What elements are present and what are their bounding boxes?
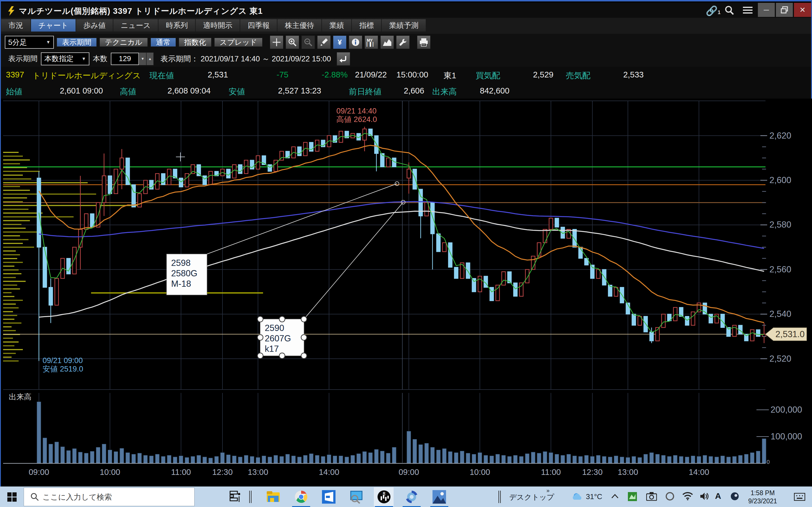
selection-handle[interactable] [257, 353, 263, 358]
time-axis: 09:0010:0011:0012:3013:0014:0009:0010:00… [29, 467, 709, 476]
tab-市況[interactable]: 市況 [1, 19, 31, 32]
interval-dropdown[interactable]: 5分足▼ [5, 36, 54, 49]
wifi-icon[interactable] [682, 492, 693, 500]
period-label: 表示期間 [8, 54, 38, 64]
chart-area[interactable]: 2,6202,6002,5802,5602,5402,52009/21 14:4… [1, 99, 812, 487]
tab-歩み値[interactable]: 歩み値 [76, 19, 113, 32]
yen-button[interactable]: ¥ [333, 36, 347, 49]
screen-capture-icon[interactable] [350, 490, 364, 504]
photos-app-icon[interactable] [433, 490, 446, 504]
count-down-button[interactable]: ▼ [139, 52, 146, 65]
area-chart-button[interactable] [380, 36, 394, 49]
store-tile-icon[interactable] [322, 490, 336, 504]
selection-handle[interactable] [257, 335, 263, 340]
candles[interactable] [37, 127, 766, 361]
toolbar-button-指数化[interactable]: 指数化 [179, 38, 211, 47]
selection-handle[interactable] [280, 353, 285, 358]
svg-text:10:00: 10:00 [470, 467, 490, 476]
tab-業績[interactable]: 業績 [322, 19, 351, 32]
hamburger-menu-icon[interactable] [743, 7, 753, 15]
notification-tray-icon[interactable] [794, 493, 805, 501]
svg-text:2580G: 2580G [171, 269, 197, 278]
quote-low_full: 2,527 13:23 [278, 86, 321, 96]
tray-expand-chevron-icon[interactable] [611, 494, 619, 499]
selection-handle[interactable] [301, 353, 307, 358]
task-view-button[interactable] [229, 490, 241, 503]
bar-count-input[interactable]: 129 [111, 53, 139, 65]
search-icon[interactable] [724, 5, 735, 16]
tab-株主優待[interactable]: 株主優待 [277, 19, 321, 32]
temperature-label[interactable]: 31°C [586, 492, 602, 501]
count-up-button[interactable]: ▲ [146, 52, 154, 65]
zoom-in-button[interactable] [286, 36, 299, 49]
file-explorer-icon[interactable] [266, 490, 280, 503]
chrome-icon[interactable] [294, 490, 308, 504]
taskbar-clock[interactable]: 1:58 PM 9/23/2021 [742, 489, 784, 505]
tab-時系列[interactable]: 時系列 [158, 19, 195, 32]
ime-mode-indicator[interactable]: A [715, 491, 721, 501]
crosshair-button[interactable] [270, 36, 283, 49]
night-light-tray-icon[interactable] [730, 492, 739, 501]
camera-tray-icon[interactable] [646, 492, 657, 501]
tab-bar: 市況チャート歩み値ニュース時系列適時開示四季報株主優待業績指標業績予測 [1, 18, 811, 34]
count-mode-dropdown[interactable]: 本数指定▼ [41, 52, 89, 65]
tab-チャート[interactable]: チャート [31, 19, 75, 32]
tab-業績予測[interactable]: 業績予測 [382, 19, 426, 32]
toolbar-button-表示期間[interactable]: 表示期間 [57, 38, 97, 47]
gpu-tray-icon[interactable] [627, 492, 637, 501]
quote-bid: 2,529 [497, 70, 553, 79]
annotation-textbox-1[interactable]: 25982580GM-18 [167, 182, 399, 295]
svg-text:11:00: 11:00 [171, 467, 191, 476]
wrench-button[interactable] [396, 36, 410, 49]
link-group-icon[interactable]: 🔗1 [706, 5, 720, 16]
reset-range-button[interactable] [337, 52, 350, 66]
pencil-button[interactable] [317, 36, 331, 49]
my-indicator-button[interactable]: MY▏▍▏ [364, 36, 378, 49]
selection-handle[interactable] [301, 335, 307, 340]
svg-text:09:00: 09:00 [29, 467, 49, 476]
toolbar-button-スプレッド[interactable]: スプレッド [214, 38, 262, 47]
minimize-button[interactable]: ─ [758, 3, 775, 17]
tab-指標[interactable]: 指標 [352, 19, 381, 32]
svg-text:12:30: 12:30 [212, 467, 233, 476]
selection-handle[interactable] [301, 316, 307, 322]
quote-pct: -2.88% [286, 70, 348, 79]
taskbar-separator [249, 491, 250, 503]
clock-date: 9/23/2021 [742, 497, 784, 505]
tab-ニュース[interactable]: ニュース [113, 19, 158, 32]
close-button[interactable]: ✕ [794, 3, 811, 17]
weather-icon[interactable] [572, 492, 583, 502]
link-badge: 1 [718, 10, 720, 15]
toolbar-button-テクニカル[interactable]: テクニカル [100, 38, 148, 47]
start-button[interactable] [7, 492, 17, 502]
toolbar-overflow-chevron[interactable]: » [546, 487, 550, 494]
quote-name: トリドールホールディングス [33, 70, 141, 81]
svg-text:2,620: 2,620 [769, 131, 792, 140]
zoom-out-button[interactable] [301, 36, 315, 49]
quote-time: 15:00:00 [396, 70, 428, 79]
toolbar-button-通常[interactable]: 通常 [151, 38, 176, 47]
stock-app-icon[interactable]: R [377, 490, 391, 504]
desktop-toolbar-label[interactable]: デスクトップ [509, 492, 554, 502]
selection-handle[interactable] [257, 316, 263, 322]
tab-適時開示[interactable]: 適時開示 [196, 19, 240, 32]
annotation-textbox-2[interactable]: 25902607Gk17 [257, 200, 405, 358]
svg-text:M-18: M-18 [171, 279, 191, 289]
quote-volume: 842,600 [480, 86, 509, 96]
tab-四季報[interactable]: 四季報 [240, 19, 277, 32]
title-bar[interactable]: マルチツール(個別銘柄) 3397 トリドールホールディングス 東1 🔗1 ─ … [1, 3, 811, 18]
restore-button[interactable] [776, 3, 793, 17]
svg-text:2,540: 2,540 [769, 309, 792, 319]
period-toolbar: 表示期間 本数指定▼ 本数 129 ▼ ▲ 表示期間： 2021/09/17 1… [1, 51, 811, 67]
svg-text:2,531.0: 2,531.0 [775, 329, 804, 339]
candlestick-chart[interactable]: 2,6202,6002,5802,5602,5402,52009/21 14:4… [1, 99, 812, 487]
selection-handle[interactable] [280, 316, 285, 322]
media-app-icon[interactable] [405, 490, 418, 504]
onedrive-tray-icon[interactable] [665, 492, 674, 501]
taskbar-search-input[interactable]: ここに入力して検索 [24, 488, 195, 506]
info-button[interactable] [349, 36, 362, 49]
svg-text:2,580: 2,580 [769, 220, 792, 230]
display-range-text: 表示期間： 2021/09/17 14:40 ～ 2021/09/22 15:0… [160, 54, 331, 64]
printer-button[interactable] [417, 36, 430, 49]
speaker-icon[interactable] [700, 492, 709, 501]
